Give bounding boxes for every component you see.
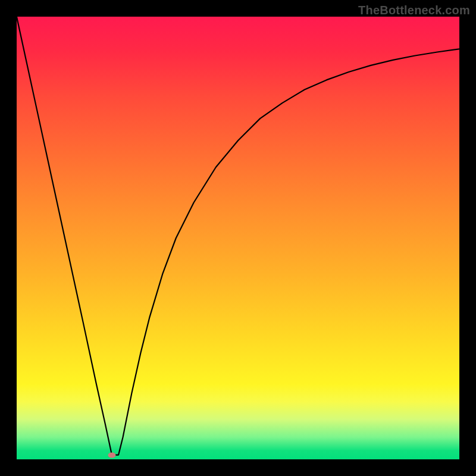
optimal-point-marker: [108, 452, 115, 458]
bottleneck-curve: [17, 17, 459, 459]
chart-frame: TheBottleneck.com: [0, 0, 476, 476]
attribution-text: TheBottleneck.com: [358, 4, 470, 17]
plot-area: [17, 17, 459, 459]
